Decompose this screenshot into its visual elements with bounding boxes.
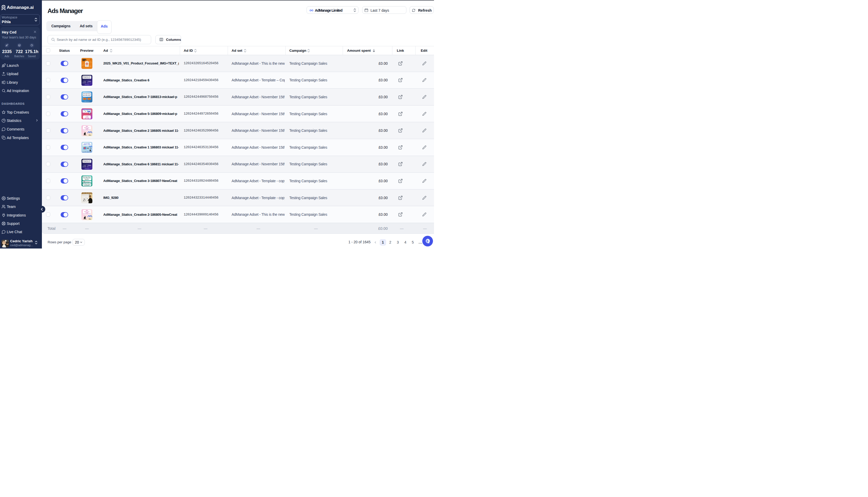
- svg-text:zoho: zoho: [90, 167, 91, 167]
- svg-text:Launching Time: Launching Time: [83, 129, 91, 130]
- svg-text:Admanage.ai: Admanage.ai: [84, 181, 91, 183]
- svg-text:▲ SmartSuite: ▲ SmartSuite: [82, 82, 86, 83]
- svg-text:TikTok: TikTok: [83, 134, 86, 136]
- svg-text:of Ads in <1min.: of Ads in <1min.: [83, 144, 91, 145]
- svg-text:ⓘ monday: ⓘ monday: [83, 165, 86, 166]
- svg-text:Meta: Meta: [90, 148, 92, 149]
- svg-text:On Growth: On Growth: [84, 185, 90, 186]
- svg-text:☘ Admanage.ai: ☘ Admanage.ai: [85, 84, 89, 85]
- svg-text:Meta: Meta: [89, 134, 91, 136]
- svg-text:ⓘ monday: ⓘ monday: [83, 81, 86, 82]
- svg-text:Launch 100s of Ads in 1 min: Launch 100s of Ads in 1 min: [82, 152, 92, 153]
- svg-text:Still Uploading: Still Uploading: [83, 93, 91, 94]
- svg-text:box: box: [87, 82, 89, 83]
- svg-text:Connected Seamlessly to: Connected Seamlessly to: [83, 80, 91, 81]
- svg-text:❖ Dropbox: ❖ Dropbox: [87, 81, 91, 82]
- svg-text:No: No: [88, 98, 90, 100]
- svg-text:TikTok: TikTok: [83, 218, 86, 219]
- svg-text:TikTok: TikTok: [89, 151, 92, 152]
- svg-text:zoho: zoho: [90, 83, 91, 83]
- svg-text:☘ Admanage.ai: ☘ Admanage.ai: [84, 101, 89, 102]
- svg-text:Launching Time: Launching Time: [83, 213, 91, 214]
- svg-text:Yes: Yes: [84, 98, 86, 100]
- svg-text:Uploads.: Uploads.: [85, 179, 89, 180]
- svg-text:use GLP: use GLP: [89, 66, 92, 67]
- svg-text:100s of ads: 100s of ads: [84, 118, 89, 119]
- svg-text:☘ Admanage.ai: ☘ Admanage.ai: [85, 168, 89, 169]
- svg-text:Ad Workflows: Ad Workflows: [83, 77, 91, 79]
- svg-text:Easy to: Easy to: [89, 66, 91, 66]
- svg-text:box: box: [87, 166, 89, 167]
- svg-text:TikTok: TikTok: [84, 148, 86, 148]
- svg-text:Connected Seamlessly to: Connected Seamlessly to: [83, 164, 91, 165]
- svg-text:Ads Manually?: Ads Manually?: [83, 95, 91, 96]
- svg-text:Meta: Meta: [89, 218, 91, 219]
- svg-text:▲ SmartSuite: ▲ SmartSuite: [82, 166, 86, 167]
- svg-text:❖ Dropbox: ❖ Dropbox: [87, 165, 91, 166]
- svg-text:Ad Workflows: Ad Workflows: [83, 161, 91, 162]
